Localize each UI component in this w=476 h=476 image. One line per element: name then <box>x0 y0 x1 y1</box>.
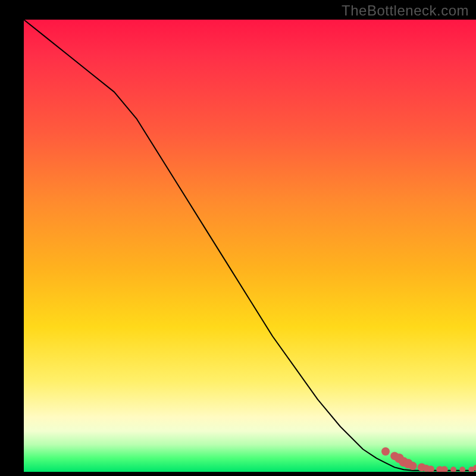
plot-area <box>24 20 476 472</box>
bottleneck-curve <box>24 20 476 471</box>
data-marker <box>450 466 456 472</box>
chart-frame: TheBottleneck.com <box>0 0 476 476</box>
chart-overlay <box>24 20 476 472</box>
data-marker <box>459 466 465 472</box>
data-marker <box>381 447 390 456</box>
data-marker <box>409 462 417 470</box>
watermark-text: TheBottleneck.com <box>342 2 469 19</box>
